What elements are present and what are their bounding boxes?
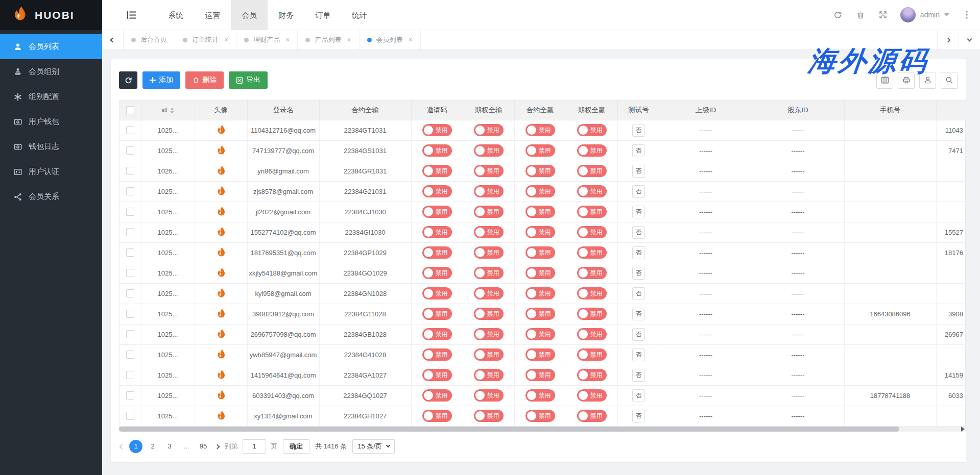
tabs-dropdown[interactable] xyxy=(959,30,980,49)
tab-1[interactable]: 订单统计× xyxy=(175,30,236,49)
row-checkbox[interactable] xyxy=(126,391,134,399)
toggle-option-win[interactable]: 禁用 xyxy=(577,124,607,136)
close-icon[interactable]: × xyxy=(285,36,290,43)
toggle-contract-lose[interactable]: 禁用 xyxy=(422,287,452,299)
sidebar-item-group[interactable]: 会员组别 xyxy=(0,59,102,84)
toggle-contract-lose[interactable]: 禁用 xyxy=(422,226,452,238)
row-checkbox[interactable] xyxy=(126,269,134,277)
toggle-option-win[interactable]: 禁用 xyxy=(577,206,607,218)
toggle-option-lose[interactable]: 禁用 xyxy=(474,267,504,279)
test-account-button[interactable]: 否 xyxy=(632,410,645,422)
toggle-option-lose[interactable]: 禁用 xyxy=(474,287,504,299)
toggle-contract-win[interactable]: 禁用 xyxy=(525,328,555,340)
toggle-contract-lose[interactable]: 禁用 xyxy=(422,124,452,136)
toggle-contract-lose[interactable]: 禁用 xyxy=(422,206,452,218)
row-checkbox[interactable] xyxy=(126,289,134,297)
toggle-contract-lose[interactable]: 禁用 xyxy=(422,410,452,422)
toggle-option-lose[interactable]: 禁用 xyxy=(474,348,504,361)
tabs-scroll-right[interactable] xyxy=(937,30,959,49)
refresh-button[interactable] xyxy=(119,71,137,89)
close-icon[interactable]: × xyxy=(224,36,228,43)
test-account-button[interactable]: 否 xyxy=(632,246,645,259)
toggle-option-lose[interactable]: 禁用 xyxy=(474,389,504,402)
page-button-3[interactable]: 3 xyxy=(163,440,176,453)
test-account-button[interactable]: 否 xyxy=(632,287,645,300)
row-checkbox[interactable] xyxy=(126,146,134,155)
export-button[interactable]: 导出 xyxy=(229,71,268,89)
tab-2[interactable]: 理财产品× xyxy=(236,30,298,49)
toggle-contract-lose[interactable]: 禁用 xyxy=(422,185,452,197)
toggle-contract-win[interactable]: 禁用 xyxy=(525,287,555,299)
brand-logo[interactable]: HUOBI xyxy=(0,0,102,30)
row-checkbox[interactable] xyxy=(126,371,134,379)
test-account-button[interactable]: 否 xyxy=(632,348,645,361)
toggle-option-lose[interactable]: 禁用 xyxy=(474,369,504,381)
toggle-option-lose[interactable]: 禁用 xyxy=(474,328,504,340)
toggle-option-lose[interactable]: 禁用 xyxy=(474,246,504,259)
page-button-2[interactable]: 2 xyxy=(146,440,159,453)
toggle-contract-lose[interactable]: 禁用 xyxy=(422,308,452,320)
toggle-option-win[interactable]: 禁用 xyxy=(577,267,607,279)
top-nav-item-2[interactable]: 会员 xyxy=(231,0,268,30)
stamp-icon[interactable] xyxy=(919,72,936,89)
search-icon[interactable] xyxy=(941,72,958,89)
test-account-button[interactable]: 否 xyxy=(632,185,645,198)
row-checkbox[interactable] xyxy=(126,167,134,175)
top-nav-item-1[interactable]: 运营 xyxy=(194,0,231,30)
toggle-contract-lose[interactable]: 禁用 xyxy=(422,267,452,279)
page-size-select[interactable]: 15 条/页 xyxy=(352,439,395,454)
toggle-contract-win[interactable]: 禁用 xyxy=(525,124,555,136)
col-header-id[interactable]: id xyxy=(141,101,195,120)
toggle-contract-lose[interactable]: 禁用 xyxy=(422,348,452,361)
row-checkbox[interactable] xyxy=(126,208,134,216)
page-button-95[interactable]: 95 xyxy=(197,440,210,453)
test-account-button[interactable]: 否 xyxy=(632,226,645,239)
toggle-contract-win[interactable]: 禁用 xyxy=(525,348,555,361)
toggle-option-win[interactable]: 禁用 xyxy=(577,410,607,422)
row-checkbox[interactable] xyxy=(126,330,134,338)
add-button[interactable]: 添加 xyxy=(142,71,180,89)
toggle-contract-lose[interactable]: 禁用 xyxy=(422,165,452,177)
sidebar-item-config[interactable]: 组别配置 xyxy=(0,84,102,109)
row-checkbox[interactable] xyxy=(126,351,134,359)
scrollbar-thumb[interactable] xyxy=(119,427,899,432)
sidebar-item-wallet[interactable]: 用户钱包 xyxy=(0,109,102,134)
toggle-contract-lose[interactable]: 禁用 xyxy=(422,246,452,259)
toggle-contract-lose[interactable]: 禁用 xyxy=(422,369,452,381)
tab-4[interactable]: 会员列表× xyxy=(360,30,421,49)
sidebar-item-wallet-log[interactable]: 钱包日志 xyxy=(0,134,102,159)
toggle-contract-win[interactable]: 禁用 xyxy=(525,165,555,177)
test-account-button[interactable]: 否 xyxy=(632,369,645,382)
row-checkbox[interactable] xyxy=(126,310,134,318)
toggle-contract-win[interactable]: 禁用 xyxy=(525,226,555,238)
toggle-contract-lose[interactable]: 禁用 xyxy=(422,389,452,402)
sidebar-item-idcard[interactable]: 用户认证 xyxy=(0,159,102,184)
top-nav-item-3[interactable]: 财务 xyxy=(268,0,304,30)
toggle-option-win[interactable]: 禁用 xyxy=(577,165,607,177)
select-all-checkbox[interactable] xyxy=(126,106,134,114)
tab-0[interactable]: 后台首页 xyxy=(124,30,175,49)
toggle-option-lose[interactable]: 禁用 xyxy=(474,226,504,238)
user-menu[interactable]: admin xyxy=(900,7,949,22)
sidebar-item-relation[interactable]: 会员关系 xyxy=(0,184,102,209)
columns-icon[interactable] xyxy=(876,72,893,89)
prev-page-button[interactable] xyxy=(120,442,124,450)
toggle-option-win[interactable]: 禁用 xyxy=(577,308,607,320)
refresh-icon[interactable] xyxy=(833,10,843,20)
sidebar-item-user[interactable]: 会员列表 xyxy=(0,34,102,59)
toggle-option-lose[interactable]: 禁用 xyxy=(474,308,504,320)
top-nav-item-5[interactable]: 统计 xyxy=(341,0,378,30)
toggle-option-lose[interactable]: 禁用 xyxy=(474,206,504,218)
row-checkbox[interactable] xyxy=(126,248,134,257)
toggle-contract-win[interactable]: 禁用 xyxy=(525,369,555,381)
page-button-1[interactable]: 1 xyxy=(129,440,142,453)
test-account-button[interactable]: 否 xyxy=(632,165,645,178)
delete-button[interactable]: 删除 xyxy=(185,71,224,89)
toggle-contract-win[interactable]: 禁用 xyxy=(525,246,555,259)
top-nav-item-0[interactable]: 系统 xyxy=(157,0,194,30)
toggle-contract-win[interactable]: 禁用 xyxy=(525,206,555,218)
toggle-option-lose[interactable]: 禁用 xyxy=(474,165,504,177)
toggle-contract-win[interactable]: 禁用 xyxy=(525,410,555,422)
toggle-option-win[interactable]: 禁用 xyxy=(577,287,607,299)
confirm-button[interactable]: 确定 xyxy=(283,439,309,454)
